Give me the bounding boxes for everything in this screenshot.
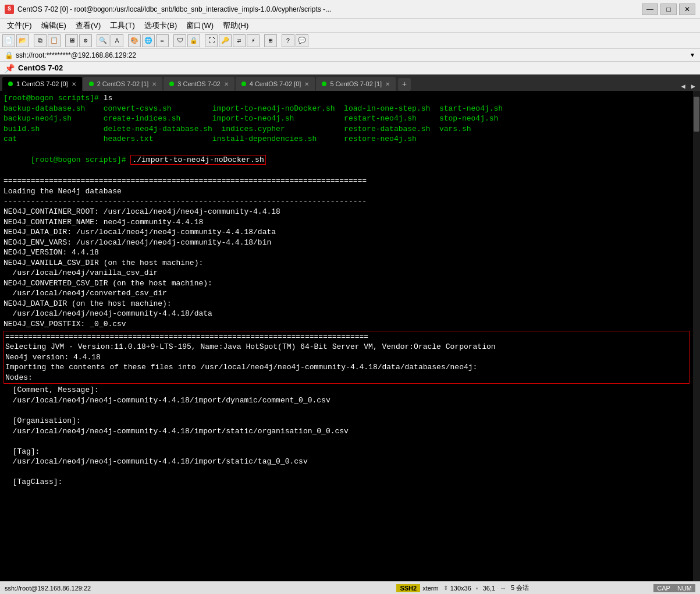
tab-3[interactable]: 3 CentOS 7-02 ✕: [164, 77, 234, 91]
node-org-label: [Organisation]:: [3, 416, 690, 426]
node-org-path: /usr/local/neo4j/neo4j-community-4.4.18/…: [3, 426, 690, 437]
layout-button[interactable]: ⊞: [264, 34, 277, 47]
title-bar: S CentOS 7-02 [0] - root@bogon:/usr/loca…: [0, 0, 700, 19]
env-var-8: NEO4J_DATA_DIR (on the host machine):: [3, 299, 690, 309]
lock-button[interactable]: 🔒: [187, 34, 200, 47]
files-row2: backup-neo4j.sh create-indices.sh import…: [3, 114, 690, 124]
env-var-1: NEO4J_CONTAINER_ROOT: /usr/local/neo4j/n…: [3, 207, 690, 217]
copy-button[interactable]: ⧉: [34, 34, 47, 47]
menu-help[interactable]: 帮助(H): [218, 19, 253, 32]
maximize-button[interactable]: □: [660, 3, 677, 15]
open-button[interactable]: 📂: [16, 34, 29, 47]
env-var-6b: /usr/local/neo4j/vanilla_csv_dir: [3, 268, 690, 278]
font-button[interactable]: A: [111, 34, 123, 47]
settings-button[interactable]: ⚙: [79, 34, 92, 47]
menu-tools[interactable]: 工具(T): [105, 19, 140, 32]
menu-tab[interactable]: 选项卡(B): [140, 19, 182, 32]
tab-1[interactable]: 1 CentOS 7-02 [0] ✕: [2, 77, 82, 91]
session-name: CentOS 7-02: [18, 63, 63, 72]
script-button[interactable]: ✏: [156, 34, 169, 47]
tab-dot-4: [241, 82, 246, 86]
minimize-button[interactable]: —: [642, 3, 658, 15]
status-host: ssh://root@192.168.86.129:22: [5, 585, 396, 592]
tab-label-2: 2 CentOS 7-02 [1]: [97, 80, 149, 87]
add-tab-button[interactable]: +: [398, 78, 411, 91]
env-var-2: NEO4J_CONTAINER_NAME: neo4j-community-4.…: [3, 217, 690, 228]
tab-2[interactable]: 2 CentOS 7-02 [1] ✕: [83, 77, 163, 91]
menu-file[interactable]: 文件(F): [2, 19, 37, 32]
prompt-ls-line: [root@bogon scripts]# ls: [3, 93, 690, 104]
tab-close-5[interactable]: ✕: [385, 81, 390, 87]
status-num: NUM: [674, 584, 695, 592]
pin-icon: 📌: [5, 63, 15, 73]
scroll-down-icon[interactable]: ▼: [690, 52, 695, 58]
loading-line: Loading the Neo4j database: [3, 186, 690, 197]
window-controls: — □ ✕: [642, 3, 695, 15]
globe-button[interactable]: 🌐: [142, 34, 155, 47]
menu-view[interactable]: 查看(V): [71, 19, 105, 32]
tab-close-1[interactable]: ✕: [72, 81, 76, 87]
separator1: ========================================…: [3, 176, 690, 186]
tab-label-5: 5 CentOS 7-02 [1]: [330, 80, 382, 87]
arrow-icon: →: [500, 585, 506, 592]
node-blank-3: [3, 467, 690, 478]
jvm-line: Selecting JVM - Version:11.0.18+9-LTS-19…: [5, 342, 688, 352]
highlighted-command: ./import-to-neo4j-noDocker.sh: [130, 155, 265, 165]
ssh-bar: 🔒 ssh://root:*********@192.168.86.129:22…: [0, 49, 700, 62]
tab-4[interactable]: 4 CentOS 7-02 [0] ✕: [236, 77, 315, 91]
tab-close-4[interactable]: ✕: [304, 81, 309, 87]
status-sessions: 5 会话: [511, 584, 529, 592]
scrollbar[interactable]: [693, 91, 700, 581]
close-button[interactable]: ✕: [679, 3, 695, 15]
status-terminal-type: xterm: [422, 585, 439, 592]
tab-nav-left[interactable]: ◀: [679, 82, 688, 91]
tab-close-3[interactable]: ✕: [224, 81, 229, 87]
tab-dot-1: [8, 82, 13, 86]
status-bar: ssh://root@192.168.86.129:22 SSH2 xterm …: [0, 581, 700, 594]
env-var-3: NEO4J_DATA_DIR: /usr/local/neo4j/neo4j-c…: [3, 227, 690, 238]
env-var-7: NEO4J_CONVERTED_CSV_DIR (on the host mac…: [3, 278, 690, 289]
help-button[interactable]: ?: [282, 34, 294, 47]
window-title: CentOS 7-02 [0] - root@bogon:/usr/local/…: [17, 5, 642, 13]
toolbar: 📄 📂 ⧉ 📋 🖥 ⚙ 🔍 A 🎨 🌐 ✏ 🛡 🔒 ⛶ 🔑 ⇄ ⚡ ⊞ ? 💬: [0, 33, 700, 49]
antivirus-button[interactable]: 🛡: [173, 34, 186, 47]
tab-nav: ◀ ▶: [679, 82, 698, 91]
node-comment-path: /usr/local/neo4j/neo4j-community-4.4.18/…: [3, 395, 690, 406]
chat-button[interactable]: 💬: [296, 34, 308, 47]
red-bordered-section: ========================================…: [3, 331, 690, 384]
scrollbar-thumb[interactable]: [694, 97, 699, 132]
files-row4: cat headers.txt install-dependencies.sh …: [3, 134, 690, 144]
env-var-4: NEO4J_ENV_VARS: /usr/local/neo4j/neo4j-c…: [3, 238, 690, 248]
tab-label-4: 4 CentOS 7-02 [0]: [250, 80, 301, 87]
separator2: ----------------------------------------…: [3, 196, 690, 207]
lock2-button[interactable]: 🔑: [219, 34, 232, 47]
menu-edit[interactable]: 编辑(E): [37, 19, 71, 32]
node-tag-label: [Tag]:: [3, 447, 690, 457]
status-size: 130x36: [450, 585, 471, 592]
node-tagclass-label: [TagClass]:: [3, 477, 690, 487]
env-var-6: NEO4J_VANILLA_CSV_DIR (on the host machi…: [3, 258, 690, 268]
session-label: 📌 CentOS 7-02: [0, 62, 700, 75]
tab-close-2[interactable]: ✕: [152, 81, 157, 87]
env-var-7b: /usr/local/neo4j/converted_csv_dir: [3, 288, 690, 299]
transfer-button[interactable]: ⇄: [233, 34, 246, 47]
tab-5[interactable]: 5 CentOS 7-02 [1] ✕: [316, 77, 396, 91]
expand-button[interactable]: ⛶: [205, 34, 218, 47]
command-line: [root@bogon scripts]# ./import-to-neo4j-…: [3, 145, 690, 176]
new-button[interactable]: 📄: [2, 34, 15, 47]
flash-button[interactable]: ⚡: [247, 34, 260, 47]
env-var-9: NEO4J_CSV_POSTFIX: _0_0.csv: [3, 319, 690, 330]
zoom-button[interactable]: 🔍: [97, 34, 109, 47]
color-button[interactable]: 🎨: [128, 34, 141, 47]
tab-dot-2: [89, 82, 94, 86]
tabs-bar: 1 CentOS 7-02 [0] ✕ 2 CentOS 7-02 [1] ✕ …: [0, 75, 700, 91]
env-var-5: NEO4J_VERSION: 4.4.18: [3, 248, 690, 258]
terminal[interactable]: [root@bogon scripts]# ls backup-database…: [0, 91, 700, 581]
menu-window[interactable]: 窗口(W): [182, 19, 218, 32]
tab-nav-right[interactable]: ▶: [689, 82, 698, 91]
node-blank-1: [3, 405, 690, 416]
tab-label-3: 3 CentOS 7-02: [177, 80, 220, 87]
menu-bar: 文件(F) 编辑(E) 查看(V) 工具(T) 选项卡(B) 窗口(W) 帮助(…: [0, 19, 700, 33]
paste-button[interactable]: 📋: [48, 34, 61, 47]
session-button[interactable]: 🖥: [65, 34, 78, 47]
